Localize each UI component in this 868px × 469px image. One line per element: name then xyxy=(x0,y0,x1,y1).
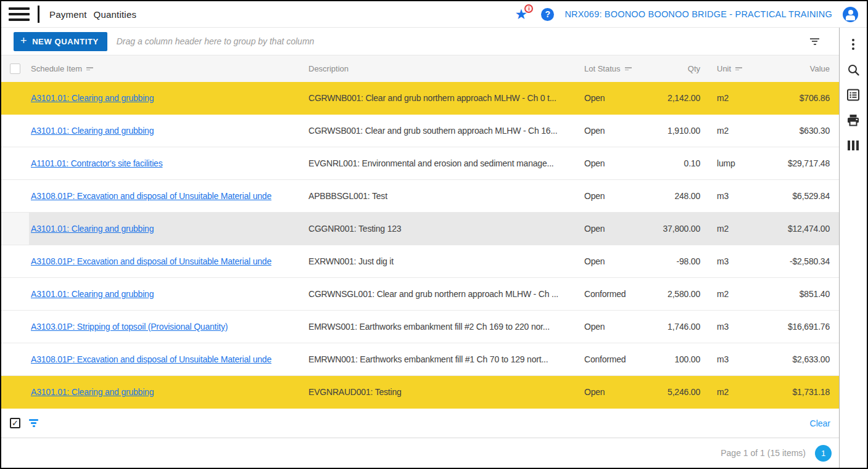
unit-cell: m2 xyxy=(706,289,763,299)
star-info-badge: i xyxy=(524,4,533,13)
table-row[interactable]: A3108.01P: Excavation and disposal of Un… xyxy=(1,245,839,278)
select-all-checkbox[interactable] xyxy=(10,63,20,74)
new-quantity-button[interactable]: + NEW QUANTITY xyxy=(14,32,107,51)
lot-status-cell: Open xyxy=(578,224,646,234)
breadcrumb-section: Payment xyxy=(49,9,87,20)
more-options-kebab-icon[interactable] xyxy=(845,36,862,53)
table-row[interactable]: A3101.01: Clearing and grubbing CGRWNSGL… xyxy=(1,278,839,311)
table-row[interactable]: A3103.01P: Stripping of topsoil (Provisi… xyxy=(1,311,839,343)
value-cell: $1,731.18 xyxy=(763,387,839,397)
qty-cell: 1,910.00 xyxy=(646,126,706,136)
column-header-qty[interactable]: Qty xyxy=(688,64,700,73)
app-window: Payment Quantities ★ i ? NRX069: BOONOO … xyxy=(0,0,868,469)
lot-status-filter-icon[interactable] xyxy=(625,67,632,70)
schedule-item-link[interactable]: A3108.01P: Excavation and disposal of Un… xyxy=(31,256,271,266)
description-cell: APBBBSGL001: Test xyxy=(304,191,578,201)
breadcrumb-page: Quantities xyxy=(94,9,137,20)
description-cell: EMRWN001: Earthworks embankment fill #1 … xyxy=(304,354,578,364)
lot-status-cell: Open xyxy=(578,387,646,397)
print-icon[interactable] xyxy=(845,112,862,129)
user-avatar-icon[interactable] xyxy=(843,7,858,22)
search-icon[interactable] xyxy=(845,61,862,78)
schedule-item-link[interactable]: A3108.01P: Excavation and disposal of Un… xyxy=(31,191,271,201)
unit-cell: m2 xyxy=(706,224,763,234)
value-cell: $630.30 xyxy=(763,126,839,136)
table-body: A3101.01: Clearing and grubbing CGRWNB00… xyxy=(1,82,839,409)
description-cell: CGRWSB001: Clear and grub southern appro… xyxy=(304,126,578,136)
unit-cell: m3 xyxy=(706,322,763,332)
table-header-row: Schedule Item Description Lot Status Qty… xyxy=(1,55,839,82)
description-cell: CGGNR001: Testing 123 xyxy=(304,224,578,234)
schedule-item-link[interactable]: A1101.01: Contractor's site facilities xyxy=(31,158,162,168)
column-header-schedule-item[interactable]: Schedule Item xyxy=(31,64,82,73)
qty-cell: 2,142.00 xyxy=(646,93,706,103)
help-icon[interactable]: ? xyxy=(541,8,554,21)
description-cell: EVGNRL001: Environmental and erosion and… xyxy=(304,158,578,168)
schedule-item-link[interactable]: A3101.01: Clearing and grubbing xyxy=(31,224,154,234)
filter-enabled-checkbox[interactable]: ✓ xyxy=(10,418,20,428)
schedule-item-link[interactable]: A3108.01P: Excavation and disposal of Un… xyxy=(31,354,271,364)
group-by-hint: Drag a column header here to group by th… xyxy=(117,36,315,46)
detail-list-icon[interactable] xyxy=(845,86,862,104)
filter-panel: ✓ Clear xyxy=(1,409,839,438)
qty-cell: 5,246.00 xyxy=(646,387,706,397)
table-row[interactable]: A3101.01: Clearing and grubbing EVGNRAUD… xyxy=(1,376,839,409)
column-chooser-icon[interactable] xyxy=(845,137,862,154)
filter-builder-icon[interactable] xyxy=(29,419,38,427)
value-cell: $6,529.84 xyxy=(763,191,839,201)
value-cell: $851.40 xyxy=(763,289,839,299)
qty-cell: 0.10 xyxy=(646,158,706,168)
new-quantity-label: NEW QUANTITY xyxy=(32,37,99,46)
column-header-unit[interactable]: Unit xyxy=(717,64,731,73)
grid-toolbar: + NEW QUANTITY Drag a column header here… xyxy=(1,28,839,55)
lot-status-cell: Open xyxy=(578,256,646,266)
lot-status-cell: Open xyxy=(578,158,646,168)
topbar-divider xyxy=(38,6,39,23)
grid-filter-icon[interactable] xyxy=(810,38,819,45)
qty-cell: -98.00 xyxy=(646,256,706,266)
unit-cell: m3 xyxy=(706,354,763,364)
table-row[interactable]: A3101.01: Clearing and grubbing CGRWNB00… xyxy=(1,82,839,115)
description-cell: CGRWNSGL001: Clear and grub northern app… xyxy=(304,289,578,299)
page-1-button[interactable]: 1 xyxy=(815,445,832,462)
clear-filter-link[interactable]: Clear xyxy=(810,418,830,428)
qty-cell: 1,746.00 xyxy=(646,322,706,332)
table-row[interactable]: A3101.01: Clearing and grubbing CGRWSB00… xyxy=(1,115,839,147)
plus-icon: + xyxy=(20,35,27,46)
column-header-value[interactable]: Value xyxy=(810,64,830,73)
schedule-item-filter-icon[interactable] xyxy=(86,67,93,70)
schedule-item-link[interactable]: A3103.01P: Stripping of topsoil (Provisi… xyxy=(31,322,228,332)
column-header-description[interactable]: Description xyxy=(308,64,349,73)
lot-status-cell: Open xyxy=(578,93,646,103)
table-row[interactable]: A3108.01P: Excavation and disposal of Un… xyxy=(1,343,839,376)
lot-status-cell: Conformed xyxy=(578,354,646,364)
qty-cell: 37,800.00 xyxy=(646,224,706,234)
hamburger-menu-icon[interactable] xyxy=(9,7,30,21)
column-header-lot-status[interactable]: Lot Status xyxy=(584,64,621,73)
table-row[interactable]: A1101.01: Contractor's site facilities E… xyxy=(1,147,839,180)
qty-cell: 100.00 xyxy=(646,354,706,364)
value-cell: $29,717.48 xyxy=(763,158,839,168)
schedule-item-link[interactable]: A3101.01: Clearing and grubbing xyxy=(31,289,154,299)
lot-status-cell: Open xyxy=(578,322,646,332)
lot-status-cell: Open xyxy=(578,126,646,136)
value-cell: $2,633.00 xyxy=(763,354,839,364)
unit-cell: m2 xyxy=(706,93,763,103)
value-cell: -$2,580.34 xyxy=(763,256,839,266)
description-cell: EXRWN001: Just dig it xyxy=(304,256,578,266)
table-row[interactable]: A3101.01: Clearing and grubbing CGGNR001… xyxy=(1,213,839,245)
qty-cell: 248.00 xyxy=(646,191,706,201)
schedule-item-link[interactable]: A3101.01: Clearing and grubbing xyxy=(31,387,154,397)
project-title[interactable]: NRX069: BOONOO BOONOO BRIDGE - PRACTICAL… xyxy=(564,9,832,19)
unit-cell: m3 xyxy=(706,191,763,201)
unit-cell: m2 xyxy=(706,126,763,136)
favorites-star-icon[interactable]: ★ i xyxy=(515,7,531,22)
page-summary: Page 1 of 1 (15 items) xyxy=(721,448,806,458)
schedule-item-link[interactable]: A3101.01: Clearing and grubbing xyxy=(31,126,154,136)
schedule-item-link[interactable]: A3101.01: Clearing and grubbing xyxy=(31,93,154,103)
unit-filter-icon[interactable] xyxy=(735,67,742,70)
table-row[interactable]: A3108.01P: Excavation and disposal of Un… xyxy=(1,180,839,213)
unit-cell: m3 xyxy=(706,256,763,266)
value-cell: $16,691.76 xyxy=(763,322,839,332)
row-checkbox-cell xyxy=(1,213,29,245)
